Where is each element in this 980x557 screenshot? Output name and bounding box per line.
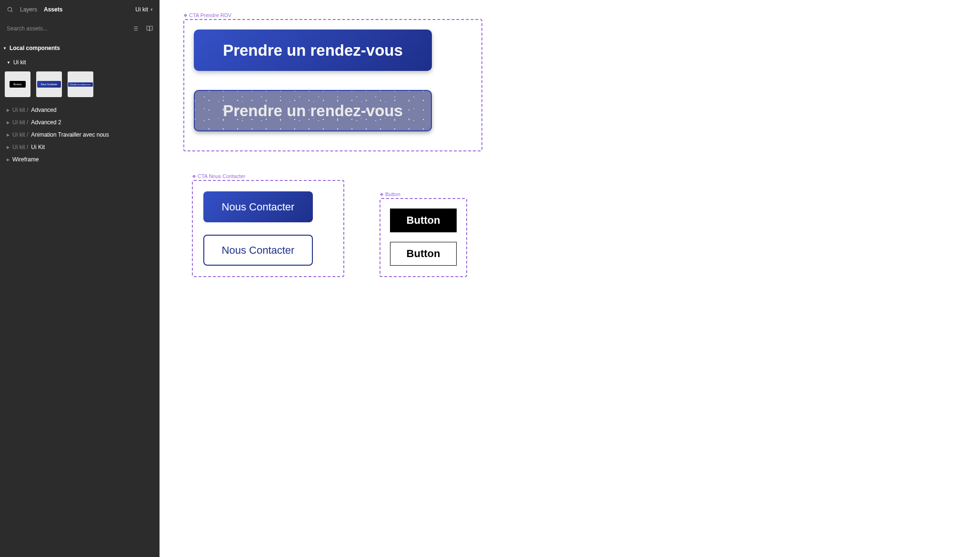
tree-prefix: Ui kit / <box>12 119 28 126</box>
tree-name: Ui Kit <box>31 144 45 150</box>
variant-contact-filled[interactable]: Nous Contacter <box>203 191 313 222</box>
caret-down-icon: ▼ <box>3 46 7 50</box>
component-thumbnails: Button Nous Contacter Prendre un rendez-… <box>0 69 160 104</box>
frame-label: Button <box>380 191 400 197</box>
caret-right-icon: ▶ <box>7 158 10 162</box>
component-cta-nous-contacter[interactable]: CTA Nous Contacter Nous Contacter Nous C… <box>192 180 344 277</box>
variant-rdv-primary[interactable]: Prendre un rendez-vous <box>194 30 432 71</box>
tree-name: Advanced 2 <box>31 119 61 126</box>
tree-name: Advanced <box>31 107 56 113</box>
caret-right-icon: ▶ <box>7 145 10 149</box>
caret-right-icon: ▶ <box>7 120 10 125</box>
tree-name: Wireframe <box>12 156 39 163</box>
thumb-button-preview: Button <box>10 81 25 88</box>
ui-kit-folder[interactable]: ▼ Ui kit <box>0 56 160 69</box>
caret-right-icon: ▶ <box>7 133 10 137</box>
tree-name: Animation Travailler avec nous <box>31 131 109 138</box>
tree-item-advanced[interactable]: ▶ Ui kit / Advanced <box>0 104 160 116</box>
thumb-contact-preview: Nous Contacter <box>37 81 61 88</box>
thumb-rdv-preview: Prendre un rendez-vous <box>68 82 93 87</box>
list-view-icon[interactable] <box>132 25 139 32</box>
section-label: Local components <box>10 45 60 51</box>
thumb-button[interactable]: Button <box>5 71 30 97</box>
thumb-nous-contacter[interactable]: Nous Contacter <box>36 71 62 97</box>
caret-right-icon: ▶ <box>7 108 10 112</box>
frame-label: CTA Prendre RDV <box>183 12 231 18</box>
file-title: Ui kit <box>135 6 148 13</box>
layers-tab[interactable]: Layers <box>20 6 37 13</box>
assets-sidebar: Layers Assets Ui kit ▾ ▼ Local component… <box>0 0 160 557</box>
tree-prefix: Ui kit / <box>12 131 28 138</box>
chevron-down-icon: ▾ <box>150 7 153 12</box>
frame-label: CTA Nous Contacter <box>192 173 245 179</box>
caret-down-icon: ▼ <box>7 60 10 65</box>
tree-item-advanced2[interactable]: ▶ Ui kit / Advanced 2 <box>0 116 160 129</box>
search-input[interactable] <box>7 25 132 32</box>
svg-point-0 <box>8 7 11 11</box>
tree-prefix: Ui kit / <box>12 144 28 150</box>
variant-contact-outline[interactable]: Nous Contacter <box>203 235 313 266</box>
tree-item-uikit[interactable]: ▶ Ui kit / Ui Kit <box>0 141 160 153</box>
tree-prefix: Ui kit / <box>12 107 28 113</box>
variant-button-white[interactable]: Button <box>390 242 457 266</box>
assets-tab[interactable]: Assets <box>44 6 62 13</box>
search-icon[interactable] <box>7 6 13 13</box>
canvas[interactable]: CTA Prendre RDV Prendre un rendez-vous P… <box>160 0 980 557</box>
component-button[interactable]: Button Button Button <box>380 198 467 277</box>
thumb-prendre-rdv[interactable]: Prendre un rendez-vous <box>68 71 93 97</box>
file-title-dropdown[interactable]: Ui kit ▾ <box>135 6 153 13</box>
search-row <box>0 19 160 38</box>
tree-item-animation[interactable]: ▶ Ui kit / Animation Travailler avec nou… <box>0 129 160 141</box>
tree-item-wireframe[interactable]: ▶ Wireframe <box>0 153 160 166</box>
svg-line-1 <box>11 11 13 12</box>
sidebar-header: Layers Assets Ui kit ▾ <box>0 0 160 19</box>
library-icon[interactable] <box>146 25 153 32</box>
variant-button-black[interactable]: Button <box>390 209 457 232</box>
folder-label: Ui kit <box>13 59 26 66</box>
component-cta-prendre-rdv[interactable]: CTA Prendre RDV Prendre un rendez-vous P… <box>183 19 482 151</box>
canvas-row-2: CTA Nous Contacter Nous Contacter Nous C… <box>192 180 966 277</box>
variant-rdv-textured[interactable]: Prendre un rendez-vous <box>194 90 432 131</box>
local-components-heading[interactable]: ▼ Local components <box>0 38 160 56</box>
tree-subfolders: ▶ Ui kit / Advanced ▶ Ui kit / Advanced … <box>0 104 160 166</box>
